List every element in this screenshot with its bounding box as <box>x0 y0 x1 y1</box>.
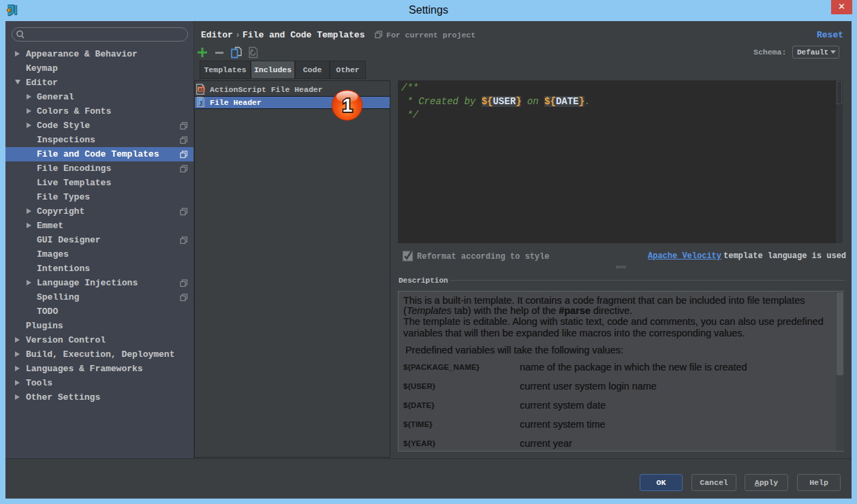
svg-text:AS: AS <box>198 88 204 93</box>
svg-text:j: j <box>200 99 203 106</box>
svg-text:1: 1 <box>343 95 353 116</box>
